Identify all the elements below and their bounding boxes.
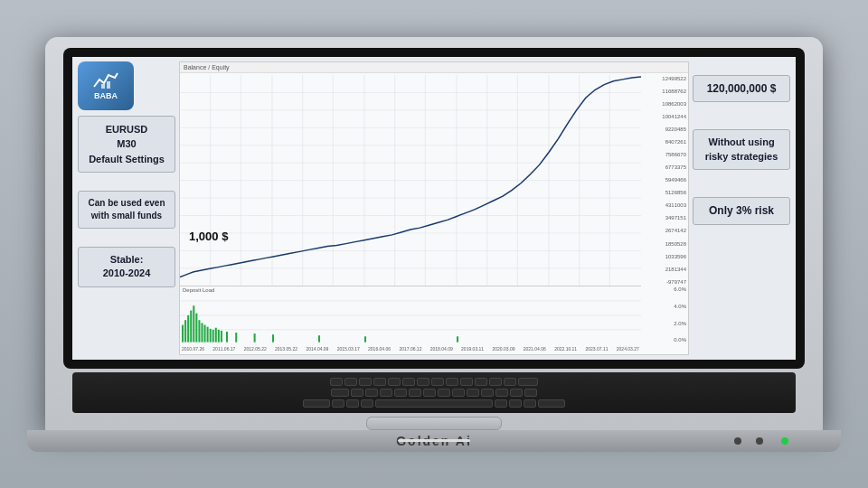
- key[interactable]: [332, 399, 344, 408]
- chart-title: Balance / Equity: [180, 62, 688, 73]
- indicator-bar: [398, 439, 470, 442]
- key[interactable]: [423, 389, 436, 397]
- key[interactable]: [524, 399, 536, 408]
- key[interactable]: [524, 389, 537, 397]
- key[interactable]: [409, 389, 421, 397]
- svg-rect-49: [318, 335, 320, 342]
- key[interactable]: [402, 378, 415, 386]
- secondary-y-axis: 6.0% 4.0% 2.0% 0.0%: [641, 286, 688, 344]
- key[interactable]: [489, 378, 502, 386]
- key[interactable]: [344, 378, 357, 386]
- svg-rect-36: [198, 320, 200, 342]
- svg-rect-44: [221, 331, 222, 343]
- main-chart-wrapper: [180, 75, 641, 286]
- key[interactable]: [475, 378, 487, 386]
- key[interactable]: [431, 378, 444, 386]
- svg-rect-47: [254, 333, 256, 343]
- key[interactable]: [417, 378, 429, 386]
- screen-content: BABA EURUSDM30Default Settings Can be us…: [72, 57, 796, 361]
- svg-rect-0: [101, 84, 105, 89]
- svg-rect-35: [195, 313, 197, 342]
- secondary-chart-svg: [180, 286, 641, 344]
- logo-text: BABA: [94, 91, 118, 100]
- svg-rect-50: [364, 336, 366, 342]
- key[interactable]: [446, 378, 458, 386]
- svg-rect-37: [201, 323, 203, 342]
- svg-rect-39: [207, 326, 209, 342]
- secondary-chart-wrapper: Deposit Load: [180, 286, 641, 344]
- keyboard-row-3: [89, 399, 779, 408]
- left-info-panel: EURUSDM30Default Settings Can be used ev…: [78, 116, 175, 287]
- key[interactable]: [365, 389, 378, 397]
- risk-info-box: Only 3% risk: [693, 197, 790, 225]
- trackpad[interactable]: [366, 417, 502, 430]
- svg-rect-33: [190, 310, 192, 342]
- key[interactable]: [438, 389, 450, 397]
- svg-rect-43: [218, 330, 220, 343]
- key[interactable]: [538, 399, 565, 408]
- laptop-shell: BABA EURUSDM30Default Settings Can be us…: [45, 37, 823, 430]
- svg-rect-42: [215, 327, 217, 342]
- key[interactable]: [359, 378, 372, 386]
- logo-box: BABA: [78, 61, 134, 110]
- key[interactable]: [460, 378, 473, 386]
- indicator-dot-middle: [756, 437, 763, 445]
- logo-icon: [92, 70, 119, 90]
- svg-rect-46: [235, 333, 237, 343]
- indicator-dot-left: [734, 437, 741, 445]
- svg-rect-31: [184, 320, 186, 342]
- key[interactable]: [346, 399, 359, 408]
- key[interactable]: [495, 389, 508, 397]
- screen-bezel: BABA EURUSDM30Default Settings Can be us…: [63, 48, 805, 370]
- key[interactable]: [303, 399, 330, 408]
- key[interactable]: [518, 378, 538, 386]
- chart-y-axis: 12499522 11688762 10862003 10041244 9220…: [641, 75, 688, 286]
- chart-x-axis: 2010.07.26 2011.06.17 2012.05.22 2013.05…: [180, 343, 641, 354]
- profit-value-box: 120,000,000 $: [693, 75, 790, 103]
- key[interactable]: [373, 378, 386, 386]
- chart-area: Balance / Equity: [179, 61, 689, 356]
- key[interactable]: [467, 389, 479, 397]
- key[interactable]: [361, 399, 373, 408]
- svg-rect-41: [212, 330, 214, 343]
- keyboard-row-1: [89, 378, 779, 386]
- key[interactable]: [330, 378, 343, 386]
- keyboard-area: [72, 372, 796, 412]
- svg-rect-32: [187, 315, 189, 343]
- svg-rect-51: [457, 336, 458, 342]
- svg-rect-34: [193, 305, 194, 342]
- key[interactable]: [380, 389, 392, 397]
- svg-rect-1: [107, 81, 110, 89]
- key[interactable]: [495, 399, 507, 408]
- funds-info-box: Can be used evenwith small funds: [78, 191, 175, 229]
- pair-info-box: EURUSDM30Default Settings: [78, 116, 175, 174]
- indicator-dot-right: [781, 437, 788, 445]
- spacebar[interactable]: [375, 399, 493, 408]
- svg-rect-45: [226, 332, 228, 343]
- key[interactable]: [388, 378, 401, 386]
- keyboard-row-2: [89, 389, 779, 397]
- laptop-base: Golden Ai: [27, 430, 841, 452]
- key[interactable]: [452, 389, 465, 397]
- svg-rect-38: [204, 324, 206, 342]
- key[interactable]: [394, 389, 407, 397]
- stable-info-box: Stable:2010-2024: [78, 247, 175, 287]
- strategy-info-box: Without usingrisky strategies: [693, 129, 790, 170]
- svg-rect-40: [210, 328, 212, 342]
- key[interactable]: [331, 389, 349, 397]
- svg-rect-30: [182, 324, 184, 342]
- key[interactable]: [481, 389, 494, 397]
- main-chart-svg: [180, 75, 641, 286]
- svg-rect-48: [272, 334, 274, 343]
- key[interactable]: [351, 389, 363, 397]
- key[interactable]: [510, 389, 523, 397]
- deposit-label: Deposit Load: [183, 287, 214, 293]
- start-value-label: 1,000 $: [189, 230, 228, 243]
- key[interactable]: [504, 378, 516, 386]
- right-info-panel: 120,000,000 $ Without usingrisky strateg…: [693, 75, 790, 225]
- key[interactable]: [509, 399, 522, 408]
